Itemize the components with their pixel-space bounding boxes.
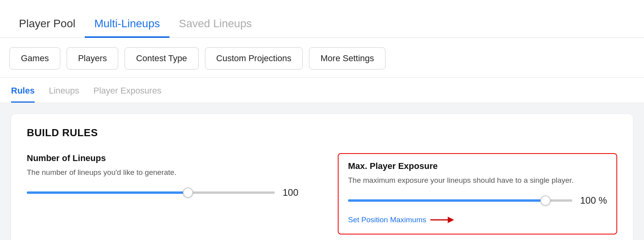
tab-multi-lineups[interactable]: Multi-Lineups [85,11,169,38]
exposure-slider-row: 100 % [348,195,607,206]
exposure-slider-fill [348,199,545,202]
filter-btn-players[interactable]: Players [67,47,118,69]
lineups-slider-fill [27,191,188,194]
lineups-desc: The number of lineups you'd like to gene… [27,168,306,177]
tab-player-pool[interactable]: Player Pool [9,11,85,38]
number-of-lineups-block: Number of Lineups The number of lineups … [27,153,306,234]
filter-btn-custom-projections[interactable]: Custom Projections [205,47,303,69]
rules-grid: Number of Lineups The number of lineups … [27,153,617,234]
sub-tab-rules[interactable]: Rules [11,86,35,103]
max-player-exposure-block: Max. Player Exposure The maximum exposur… [338,153,617,234]
exposure-slider-value: 100 % [580,195,607,206]
exposure-slider-thumb[interactable] [540,195,551,206]
sub-tab-player-exposures[interactable]: Player Exposures [93,86,161,103]
filter-row: Games Players Contest Type Custom Projec… [0,38,644,78]
set-position-link-text: Set Position Maximums [348,216,426,224]
tab-saved-lineups[interactable]: Saved Lineups [169,11,261,38]
build-rules-title: BUILD RULES [27,127,617,139]
lineups-slider-track[interactable] [27,191,275,194]
lineups-label: Number of Lineups [27,153,306,163]
exposure-label: Max. Player Exposure [348,161,607,171]
arrow-right-icon [430,216,454,224]
build-rules-card: BUILD RULES Number of Lineups The number… [11,114,633,240]
lineups-slider-thumb[interactable] [183,188,193,198]
set-position-link[interactable]: Set Position Maximums [348,216,607,224]
lineups-slider-row: 100 [27,187,306,198]
top-nav: Player Pool Multi-Lineups Saved Lineups [0,0,644,38]
sub-tabs: Rules Lineups Player Exposures [0,78,644,103]
filter-btn-games[interactable]: Games [9,47,60,69]
exposure-desc: The maximum exposure your lineups should… [348,176,607,185]
filter-btn-contest-type[interactable]: Contest Type [125,47,198,69]
lineups-slider-value: 100 [283,187,306,198]
filter-btn-more-settings[interactable]: More Settings [309,47,385,69]
exposure-slider-track[interactable] [348,199,572,202]
main-content: BUILD RULES Number of Lineups The number… [0,103,644,240]
sub-tab-lineups[interactable]: Lineups [49,86,79,103]
svg-marker-1 [448,217,454,223]
